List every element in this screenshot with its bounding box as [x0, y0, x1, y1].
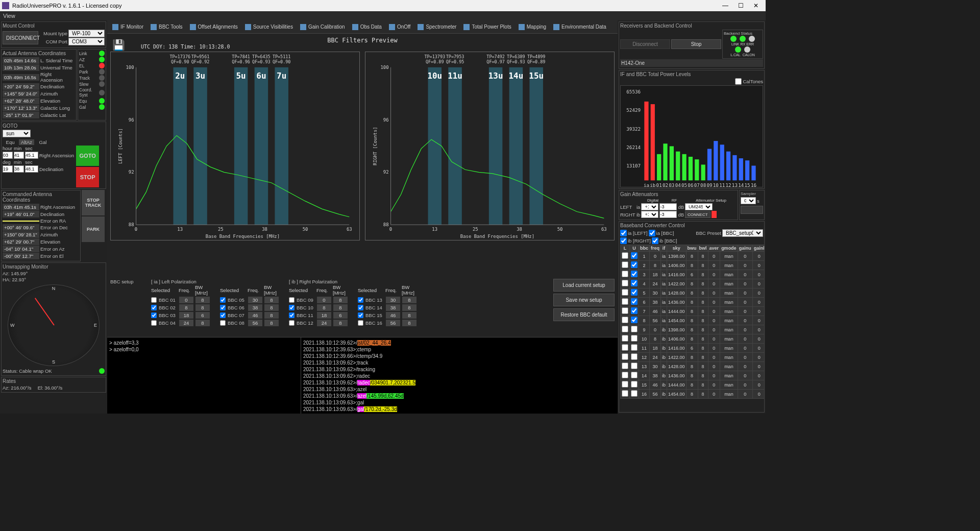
- toolbar-if-monitor[interactable]: IF Monitor: [109, 22, 146, 32]
- row-l-check[interactable]: [622, 307, 628, 314]
- stop-track-button[interactable]: STOP TRACK: [82, 190, 105, 215]
- bbc-check-BBC 04[interactable]: [151, 320, 157, 326]
- menu-view[interactable]: View: [3, 13, 15, 19]
- mount-type-select[interactable]: WP-100: [68, 30, 105, 37]
- row-l-check[interactable]: [622, 344, 628, 351]
- tab-gal[interactable]: Gal: [35, 139, 51, 145]
- row-l-check[interactable]: [622, 261, 628, 268]
- dec-sec-input[interactable]: [25, 165, 38, 173]
- row-l-check[interactable]: [622, 390, 628, 397]
- row-l-check[interactable]: [622, 363, 628, 369]
- row-u-check[interactable]: [631, 252, 638, 259]
- row-l-check[interactable]: [622, 280, 628, 286]
- toolbar-bbc-tools[interactable]: BBC Tools: [148, 22, 186, 32]
- rf-right-input[interactable]: [659, 211, 677, 218]
- connect-att-button[interactable]: CONNECT: [685, 211, 710, 218]
- row-l-check[interactable]: [622, 353, 628, 360]
- bbc-check-BBC 12[interactable]: [289, 320, 295, 326]
- close-button[interactable]: ✕: [748, 2, 764, 9]
- goto-target-select[interactable]: sun: [3, 130, 31, 137]
- toolbar-onoff[interactable]: OnOff: [386, 22, 414, 32]
- row-l-check[interactable]: [622, 335, 628, 342]
- bbc-check-BBC 09[interactable]: [289, 297, 295, 303]
- rf-left-input[interactable]: [659, 203, 677, 210]
- park-button[interactable]: PARK: [82, 216, 105, 242]
- save-setup-button[interactable]: Save new setup: [553, 294, 615, 306]
- attenuator-select[interactable]: UM245R: [685, 203, 713, 210]
- row-u-check[interactable]: [631, 271, 638, 277]
- bbc-check-BBC 16[interactable]: [358, 320, 363, 326]
- bbc-check-BBC 06[interactable]: [220, 305, 226, 310]
- row-u-check[interactable]: [631, 381, 638, 388]
- toolbar-gain-calibration[interactable]: Gain Calibration: [297, 22, 348, 32]
- bbc-check-BBC 14[interactable]: [358, 305, 363, 310]
- sampler-button[interactable]: [741, 206, 763, 214]
- row-l-check[interactable]: [622, 372, 628, 378]
- bbc-check-BBC 13[interactable]: [358, 297, 363, 303]
- ra-sec-input[interactable]: [25, 152, 38, 159]
- toolbar-obs-data[interactable]: Obs Data: [349, 22, 385, 32]
- row-u-check[interactable]: [631, 390, 638, 397]
- caltones-checkbox[interactable]: [735, 78, 742, 85]
- row-u-check[interactable]: [631, 317, 638, 323]
- bbc-check-BBC 15[interactable]: [358, 312, 363, 318]
- row-l-check[interactable]: [622, 289, 628, 296]
- goto-button[interactable]: GOTO: [76, 146, 99, 166]
- bbc-preset-select[interactable]: BBC_setup02: [722, 229, 763, 237]
- digital-right-select[interactable]: +10: [641, 211, 658, 218]
- tab-altaz[interactable]: AltAz: [19, 139, 34, 145]
- bbc-check-BBC 03[interactable]: [151, 312, 157, 318]
- minimize-button[interactable]: —: [718, 2, 733, 9]
- bbc-check-BBC 11[interactable]: [289, 312, 295, 318]
- bbc-check-BBC 10[interactable]: [289, 305, 295, 310]
- bbc-check-BBC 05[interactable]: [220, 297, 226, 303]
- stop-button[interactable]: STOP: [76, 167, 99, 187]
- maximize-button[interactable]: ☐: [733, 2, 748, 9]
- ia-left-checkbox[interactable]: [620, 230, 627, 236]
- toolbar-environmental-data[interactable]: Environmental Data: [550, 22, 609, 32]
- digital-left-select[interactable]: +10: [641, 203, 658, 210]
- save-icon[interactable]: 💾: [112, 39, 125, 51]
- ra-min-input[interactable]: [14, 152, 24, 159]
- row-u-check[interactable]: [631, 372, 638, 378]
- row-l-check[interactable]: [622, 317, 628, 323]
- row-l-check[interactable]: [622, 381, 628, 388]
- load-setup-button[interactable]: Load current setup: [553, 279, 615, 292]
- bbc-check-BBC 02[interactable]: [151, 305, 157, 310]
- row-u-check[interactable]: [631, 298, 638, 305]
- row-u-check[interactable]: [631, 363, 638, 369]
- row-u-check[interactable]: [631, 335, 638, 342]
- sampler-select[interactable]: 0.3: [741, 197, 756, 204]
- row-l-check[interactable]: [622, 252, 628, 259]
- tab-equ[interactable]: Equ: [3, 139, 18, 145]
- row-u-check[interactable]: [631, 353, 638, 360]
- ib-right-checkbox[interactable]: [620, 237, 627, 244]
- bbc-check-BBC 08[interactable]: [220, 320, 226, 326]
- disconnect-button[interactable]: DISCONNECT: [3, 31, 38, 44]
- ra-hour-input[interactable]: [3, 152, 13, 159]
- row-l-check[interactable]: [622, 271, 628, 277]
- dec-min-input[interactable]: [14, 165, 24, 173]
- row-u-check[interactable]: [631, 289, 638, 296]
- bbc-check-BBC 07[interactable]: [220, 312, 226, 318]
- toolbar-spectrometer[interactable]: Spectrometer: [414, 22, 459, 32]
- toolbar-source-visibilities[interactable]: Source Visibilities: [242, 22, 296, 32]
- row-u-check[interactable]: [631, 326, 638, 332]
- toolbar-total-power-plots[interactable]: Total Power Plots: [460, 22, 514, 32]
- ia-bbc-checkbox[interactable]: [649, 230, 655, 236]
- restore-default-button[interactable]: Restore BBC default: [553, 308, 615, 321]
- dec-deg-input[interactable]: [3, 165, 13, 173]
- rx-disconnect-button[interactable]: Disconnect: [620, 39, 670, 49]
- row-u-check[interactable]: [631, 307, 638, 314]
- row-l-check[interactable]: [622, 298, 628, 305]
- row-u-check[interactable]: [631, 344, 638, 351]
- row-l-check[interactable]: [622, 326, 628, 332]
- ib-bbc-checkbox[interactable]: [652, 237, 658, 244]
- toolbar-mapping[interactable]: Mapping: [516, 22, 549, 32]
- com-port-select[interactable]: COM3: [68, 38, 105, 45]
- toolbar-offset-alignments[interactable]: Offset Alignments: [187, 22, 241, 32]
- bbc-check-BBC 01[interactable]: [151, 297, 157, 303]
- row-u-check[interactable]: [631, 261, 638, 268]
- console-input[interactable]: > azeloff=3,3> azeloff=0,0: [107, 337, 301, 414]
- row-u-check[interactable]: [631, 280, 638, 286]
